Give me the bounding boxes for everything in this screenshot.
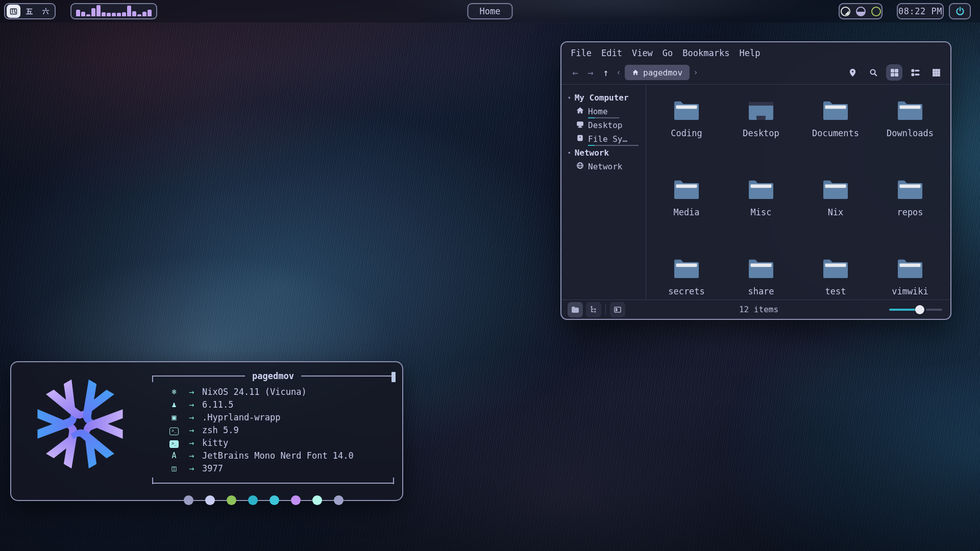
toggle-side-pane-button[interactable] — [610, 302, 625, 317]
folder-name-label: Downloads — [887, 128, 934, 138]
folder-name-label: Media — [673, 207, 699, 217]
menu-item-help[interactable]: Help — [739, 48, 760, 58]
search-button[interactable] — [865, 64, 881, 81]
folder-icon — [747, 257, 775, 283]
folder-misc[interactable]: Misc — [724, 171, 798, 250]
fetch-value: NixOS 24.11 (Vicuna) — [202, 387, 307, 397]
folder-nix[interactable]: Nix — [798, 171, 873, 250]
folder-icon — [896, 99, 924, 124]
power-icon — [955, 6, 965, 16]
folder-desktop[interactable]: Desktop — [724, 92, 798, 171]
location-button[interactable] — [844, 64, 861, 81]
arrow-right-icon: → — [181, 425, 202, 435]
detailed-list-icon — [911, 68, 920, 77]
palette-swatch — [248, 495, 258, 505]
show-directory-tree-button[interactable] — [586, 302, 601, 317]
folder-icon — [821, 257, 850, 283]
clock-label: 08:22 PM — [898, 6, 942, 16]
workspace-glyph-五 — [25, 7, 34, 16]
terminal-icon: >_ — [167, 438, 181, 448]
folder-name-label: Coding — [671, 128, 702, 138]
workspace-glyph-六 — [41, 7, 50, 16]
menu-item-bookmarks[interactable]: Bookmarks — [682, 48, 729, 58]
kernel-icon: ♟ — [167, 400, 181, 409]
path-button[interactable]: pagedmov — [625, 65, 690, 80]
sidebar-item-home[interactable]: Home — [576, 105, 646, 118]
menu-item-edit[interactable]: Edit — [601, 48, 622, 58]
fetch-value: JetBrains Mono Nerd Font 14.0 — [202, 450, 354, 461]
workspace-switcher[interactable] — [4, 3, 56, 19]
folder-name-label: Nix — [828, 207, 844, 217]
workspace-button-3[interactable] — [38, 5, 53, 18]
back-button[interactable]: ← — [568, 67, 583, 78]
arrow-right-icon: → — [181, 387, 202, 397]
path-scroll-right-icon[interactable]: › — [691, 68, 701, 77]
compact-grid-icon — [932, 68, 941, 77]
palette-swatch — [205, 495, 215, 505]
nix-snowflake-icon: ❄ — [167, 387, 181, 396]
menu-item-file[interactable]: File — [571, 48, 592, 58]
items-count-label: 12 items — [628, 305, 889, 314]
visualizer-bar — [102, 12, 106, 16]
chevron-down-icon: ▾ — [568, 149, 571, 156]
window-title-label: Home — [480, 6, 501, 16]
palette-swatch — [270, 495, 279, 505]
zoom-slider[interactable] — [889, 305, 942, 315]
palette-swatch — [312, 495, 322, 505]
sidebar-item-label: File Sy… — [588, 134, 627, 144]
visualizer-bar — [107, 13, 111, 16]
path-scroll-left-icon[interactable]: ‹ — [614, 68, 624, 77]
fastfetch-output: pagedmov ❄→NixOS 24.11 (Vicuna)♟→6.11.5▣… — [152, 370, 394, 505]
fetch-value: kitty — [202, 438, 228, 448]
folder-name-label: test — [825, 286, 846, 296]
menu-item-view[interactable]: View — [632, 48, 653, 58]
folder-media[interactable]: Media — [649, 171, 724, 250]
audio-visualizer — [70, 3, 157, 19]
palette-swatch — [184, 495, 193, 505]
sidebar-item-desktop[interactable]: Desktop — [576, 118, 646, 132]
compact-view-button[interactable] — [928, 64, 944, 81]
folder-icon — [821, 178, 850, 204]
zoom-slider-knob[interactable] — [915, 305, 924, 314]
folder-name-label: secrets — [668, 286, 705, 296]
arrow-right-icon: → — [181, 463, 202, 473]
system-gauges — [839, 3, 883, 19]
folder-icon — [896, 178, 924, 204]
folder-repos[interactable]: repos — [873, 171, 947, 250]
folder-coding[interactable]: Coding — [649, 92, 724, 171]
menu-item-go[interactable]: Go — [663, 48, 673, 58]
sidebar-section-network[interactable]: ▾Network — [568, 146, 646, 160]
forward-button[interactable]: → — [583, 67, 598, 78]
power-button[interactable] — [949, 3, 971, 19]
network-icon — [576, 162, 584, 171]
workspace-button-2[interactable] — [21, 5, 37, 18]
detailed-list-view-button[interactable] — [907, 64, 923, 81]
folder-grid: CodingDesktopDocumentsDownloadsMediaMisc… — [646, 85, 950, 299]
fetch-value: 3977 — [202, 463, 223, 473]
workspace-button-1[interactable] — [7, 5, 20, 18]
filesystem-icon — [576, 134, 584, 144]
wm-icon: ▣ — [167, 413, 181, 422]
sidebar-section-label: Network — [575, 148, 609, 158]
visualizer-bar — [148, 10, 152, 16]
visualizer-bar — [96, 5, 101, 16]
show-places-button[interactable] — [568, 302, 583, 317]
desktop-folder-icon — [747, 99, 775, 124]
folder-icon — [672, 178, 701, 204]
icon-view-button[interactable] — [886, 64, 902, 81]
sidebar-item-label: Network — [588, 162, 622, 172]
fetch-value: .Hyprland-wrapp — [202, 412, 281, 422]
fetch-row: ◫→3977 — [152, 462, 394, 474]
workspace-glyph-四 — [9, 7, 18, 16]
sidebar-section-my-computer[interactable]: ▾My Computer — [568, 91, 646, 105]
terminal-color-palette — [184, 495, 394, 505]
visualizer-bar — [132, 11, 136, 16]
sidebar-item-file-sy-[interactable]: File Sy… — [576, 132, 646, 146]
folder-documents[interactable]: Documents — [798, 92, 873, 171]
palette-swatch — [291, 495, 301, 505]
sidebar-item-network[interactable]: Network — [576, 160, 646, 173]
up-button[interactable]: ↑ — [598, 67, 614, 78]
folder-downloads[interactable]: Downloads — [873, 92, 947, 171]
home-icon — [576, 107, 584, 116]
chevron-down-icon: ▾ — [568, 94, 571, 101]
